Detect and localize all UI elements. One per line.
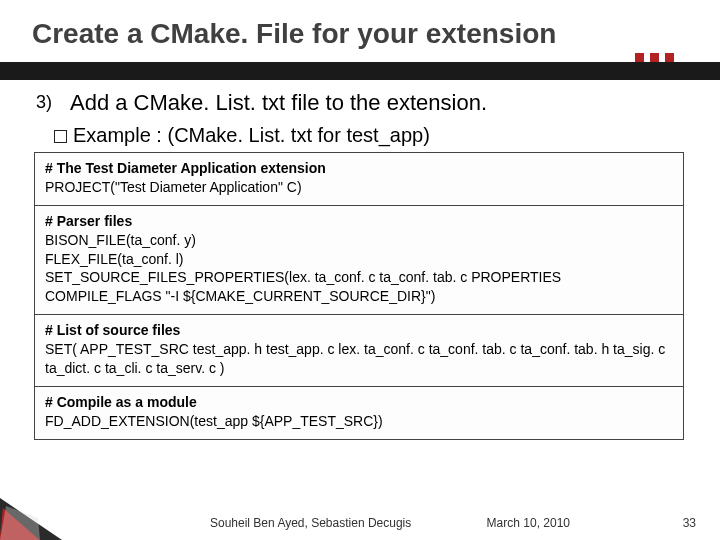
slide-title: Create a CMake. File for your extension [32, 18, 556, 50]
code-comment: # Parser files [45, 212, 673, 231]
step-number: 3) [36, 92, 52, 113]
code-comment: # List of source files [45, 321, 673, 340]
code-body: FD_ADD_EXTENSION(test_app ${APP_TEST_SRC… [45, 412, 673, 431]
code-body: BISON_FILE(ta_conf. y) FLEX_FILE(ta_conf… [45, 231, 673, 307]
code-body: PROJECT("Test Diameter Application" C) [45, 178, 673, 197]
step-text: Add a CMake. List. txt file to the exten… [70, 90, 487, 116]
code-cell: # Compile as a module FD_ADD_EXTENSION(t… [35, 387, 683, 439]
code-table: # The Test Diameter Application extensio… [34, 152, 684, 440]
slide: Create a CMake. File for your extension … [0, 0, 720, 540]
code-body: SET( APP_TEST_SRC test_app. h test_app. … [45, 340, 673, 378]
code-cell: # List of source files SET( APP_TEST_SRC… [35, 315, 683, 387]
title-rule [0, 62, 720, 80]
footer-date: March 10, 2010 [487, 516, 570, 530]
footer-page-number: 33 [683, 516, 696, 530]
code-comment: # Compile as a module [45, 393, 673, 412]
example-label: Example : (CMake. List. txt for test_app… [73, 124, 430, 146]
hollow-square-bullet-icon [54, 130, 67, 143]
svg-marker-2 [0, 506, 40, 540]
corner-decoration-icon [0, 498, 62, 540]
example-line: Example : (CMake. List. txt for test_app… [54, 124, 430, 147]
code-cell: # The Test Diameter Application extensio… [35, 153, 683, 206]
footer-authors: Souheil Ben Ayed, Sebastien Decugis [210, 516, 411, 530]
code-comment: # The Test Diameter Application extensio… [45, 159, 673, 178]
code-cell: # Parser files BISON_FILE(ta_conf. y) FL… [35, 206, 683, 315]
rule-accent-squares [635, 53, 674, 62]
